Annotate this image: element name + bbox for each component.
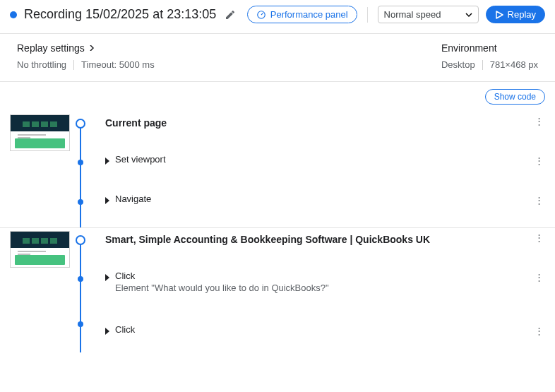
performance-panel-button[interactable]: Performance panel bbox=[247, 6, 357, 23]
replay-settings-block: Replay settings No throttling Timeout: 5… bbox=[17, 42, 155, 70]
env-viewport: 781×468 px bbox=[490, 59, 538, 70]
environment-title-label: Environment bbox=[441, 42, 497, 54]
step-row[interactable]: Click Element "What would you like to do… bbox=[105, 271, 545, 293]
show-code-button[interactable]: Show code bbox=[485, 89, 545, 105]
play-icon bbox=[495, 11, 503, 19]
chevron-right-icon bbox=[89, 45, 95, 51]
step-label: Navigate bbox=[115, 194, 151, 204]
throttling-value: No throttling bbox=[17, 59, 66, 70]
divider bbox=[482, 60, 483, 70]
replay-settings-title[interactable]: Replay settings bbox=[17, 42, 155, 54]
thumbnail-column bbox=[10, 114, 70, 220]
timeline-section: Smart, Simple Accounting & Bookkeeping S… bbox=[0, 228, 555, 352]
gauge-icon bbox=[256, 10, 266, 20]
edit-icon[interactable] bbox=[225, 9, 236, 20]
chevron-down-icon bbox=[465, 11, 472, 18]
timeline-node bbox=[78, 276, 83, 282]
step-label: Click bbox=[115, 324, 135, 335]
timeline-rail bbox=[70, 114, 91, 220]
more-menu-icon[interactable]: ⋮ bbox=[532, 232, 545, 243]
timeline: Current page ⋮ Set viewport ⋮ Navigate ⋮ bbox=[0, 112, 555, 352]
more-menu-icon[interactable]: ⋮ bbox=[532, 116, 545, 126]
step-row[interactable]: Navigate ⋮ bbox=[105, 194, 545, 209]
recording-indicator-icon bbox=[10, 11, 17, 18]
timeline-rail bbox=[70, 231, 91, 345]
performance-panel-label: Performance panel bbox=[270, 9, 348, 20]
timeline-node bbox=[78, 160, 83, 165]
step-row[interactable]: Click ⋮ bbox=[105, 324, 545, 340]
more-menu-icon[interactable]: ⋮ bbox=[532, 272, 545, 283]
replay-label: Replay bbox=[508, 9, 536, 20]
timeout-value: Timeout: 5000 ms bbox=[81, 59, 155, 70]
environment-title: Environment bbox=[441, 42, 538, 54]
env-device: Desktop bbox=[441, 59, 475, 70]
speed-select-label: Normal speed bbox=[384, 9, 441, 20]
recording-title: Recording 15/02/2025 at 23:13:05 bbox=[24, 7, 216, 22]
section-content: Current page ⋮ Set viewport ⋮ Navigate ⋮ bbox=[91, 114, 545, 220]
section-header-row: Smart, Simple Accounting & Bookkeeping S… bbox=[105, 231, 545, 247]
expand-caret-icon bbox=[105, 274, 109, 281]
header: Recording 15/02/2025 at 23:13:05 Perform… bbox=[0, 0, 555, 34]
step-label: Set viewport bbox=[115, 154, 166, 165]
section-title: Smart, Simple Accounting & Bookkeeping S… bbox=[105, 234, 430, 245]
replay-button[interactable]: Replay bbox=[486, 6, 545, 23]
timeline-node-major bbox=[76, 235, 85, 245]
expand-caret-icon bbox=[105, 197, 109, 204]
section-header-row: Current page ⋮ bbox=[105, 114, 545, 130]
more-menu-icon[interactable]: ⋮ bbox=[532, 326, 545, 336]
divider bbox=[73, 60, 74, 70]
expand-caret-icon bbox=[105, 158, 109, 165]
step-sublabel: Element "What would you like to do in Qu… bbox=[115, 283, 329, 293]
more-menu-icon[interactable]: ⋮ bbox=[532, 195, 545, 206]
page-thumbnail[interactable] bbox=[10, 231, 70, 268]
environment-block: Environment Desktop 781×468 px bbox=[441, 42, 538, 70]
timeline-node bbox=[78, 199, 83, 205]
page-thumbnail[interactable] bbox=[10, 114, 70, 151]
timeline-node bbox=[78, 321, 83, 327]
speed-select[interactable]: Normal speed bbox=[378, 6, 479, 23]
step-row[interactable]: Set viewport ⋮ bbox=[105, 154, 545, 170]
divider bbox=[367, 7, 368, 23]
settings-row: Replay settings No throttling Timeout: 5… bbox=[0, 34, 555, 82]
section-content: Smart, Simple Accounting & Bookkeeping S… bbox=[91, 231, 545, 345]
section-title: Current page bbox=[105, 117, 167, 129]
timeline-section: Current page ⋮ Set viewport ⋮ Navigate ⋮ bbox=[0, 112, 555, 228]
replay-settings-values: No throttling Timeout: 5000 ms bbox=[17, 59, 155, 70]
timeline-node-major bbox=[76, 119, 85, 129]
more-menu-icon[interactable]: ⋮ bbox=[532, 155, 545, 166]
step-label: Click bbox=[115, 271, 329, 281]
replay-settings-title-label: Replay settings bbox=[17, 42, 85, 54]
show-code-row: Show code bbox=[0, 82, 555, 112]
thumbnail-column bbox=[10, 231, 70, 345]
expand-caret-icon bbox=[105, 328, 109, 335]
header-actions: Performance panel Normal speed Replay bbox=[247, 6, 545, 23]
environment-values: Desktop 781×468 px bbox=[441, 59, 538, 70]
